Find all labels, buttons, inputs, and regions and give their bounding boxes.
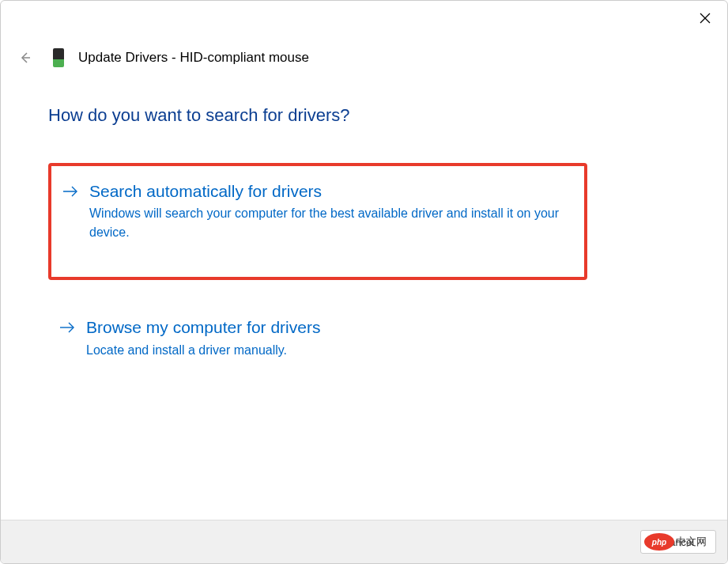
cancel-button[interactable]: Cancel bbox=[640, 530, 716, 554]
option-content: Search automatically for drivers Windows… bbox=[89, 180, 568, 242]
option-description: Windows will search your computer for th… bbox=[89, 204, 568, 242]
back-arrow-icon bbox=[17, 51, 32, 65]
option-browse-manually[interactable]: Browse my computer for drivers Locate an… bbox=[48, 302, 587, 375]
back-button[interactable] bbox=[15, 48, 34, 67]
options-list: Search automatically for drivers Windows… bbox=[48, 163, 587, 376]
option-content: Browse my computer for drivers Locate an… bbox=[86, 316, 571, 359]
option-search-automatically[interactable]: Search automatically for drivers Windows… bbox=[48, 163, 587, 280]
page-question: How do you want to search for drivers? bbox=[48, 105, 350, 126]
dialog-title: Update Drivers - HID-compliant mouse bbox=[78, 50, 309, 66]
option-title: Browse my computer for drivers bbox=[86, 316, 571, 338]
dialog-footer: Cancel bbox=[1, 520, 727, 563]
cancel-label: Cancel bbox=[662, 536, 694, 548]
dialog-header: Update Drivers - HID-compliant mouse bbox=[15, 48, 309, 67]
option-title: Search automatically for drivers bbox=[89, 180, 568, 202]
close-icon bbox=[700, 13, 711, 24]
arrow-right-icon bbox=[59, 321, 75, 337]
device-icon bbox=[53, 48, 64, 67]
arrow-right-icon bbox=[62, 185, 78, 201]
close-button[interactable] bbox=[697, 10, 713, 26]
option-description: Locate and install a driver manually. bbox=[86, 341, 571, 360]
